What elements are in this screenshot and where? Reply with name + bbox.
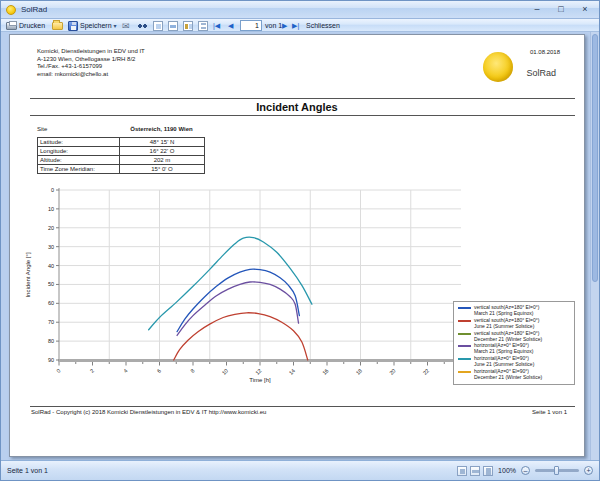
x-tick-label: 8 xyxy=(189,367,195,373)
footer-copyright: SolRad - Copyright (c) 2018 Komicki Dien… xyxy=(31,409,266,415)
scrollbar-thumb[interactable] xyxy=(592,34,598,282)
page-width-icon xyxy=(168,21,178,31)
save-icon xyxy=(68,21,78,31)
zoom-out-button[interactable]: – xyxy=(521,466,530,475)
app-sun-icon xyxy=(6,5,16,15)
x-tick-label: 22 xyxy=(422,367,431,376)
window-title: SolRad xyxy=(21,5,531,14)
y-tick-label: 90 xyxy=(48,357,54,363)
x-tick-label: 12 xyxy=(254,367,263,376)
app-window: SolRad – □ × Drucken Speichern ▾ ✉ xyxy=(0,0,600,481)
legend-swatch xyxy=(458,333,471,335)
nav-next-button[interactable]: ▶ xyxy=(282,19,287,32)
save-button[interactable]: Speichern ▾ xyxy=(68,19,117,32)
legend-item-vertical-south-december: vertical south(Az=180° El=0°)December 21… xyxy=(458,331,571,343)
first-page-icon: |◀ xyxy=(213,20,220,32)
legend-swatch xyxy=(458,358,471,360)
status-page-label: Seite 1 von 1 xyxy=(7,467,457,474)
vertical-scrollbar[interactable] xyxy=(590,32,599,460)
x-tick-label: 0 xyxy=(55,367,61,373)
printer-icon xyxy=(6,22,17,30)
y-tick-label: 0 xyxy=(51,187,54,193)
statusbar: Seite 1 von 1 100% – + xyxy=(1,460,599,480)
legend-item-horizontal-march: horizontal(Az=0° El=90°)March 21 (Spring… xyxy=(458,343,571,355)
view-mode-normal-button[interactable] xyxy=(457,466,467,476)
print-button[interactable]: Drucken xyxy=(6,19,45,32)
footer-rule xyxy=(30,406,575,407)
folder-icon xyxy=(52,22,63,30)
print-label: Drucken xyxy=(19,22,45,29)
x-tick-label: 4 xyxy=(122,367,128,373)
chart-legend: vertical south(Az=180° El=0°)March 21 (S… xyxy=(453,301,575,385)
report-page: Komicki, Dienstleistungen in EDV und IT … xyxy=(9,34,585,457)
zoom-percent-label: 100% xyxy=(498,467,516,474)
zoom-slider[interactable] xyxy=(535,469,579,472)
legend-swatch xyxy=(458,320,471,322)
footer-page-number: Seite 1 von 1 xyxy=(532,409,567,415)
minimize-button[interactable]: – xyxy=(531,5,543,14)
previous-page-icon: ◀ xyxy=(228,20,233,32)
legend-item-vertical-south-june: vertical south(Az=180° El=0°)June 21 (Su… xyxy=(458,318,571,330)
x-tick-label: 6 xyxy=(156,367,162,373)
curve-vertical-south-june xyxy=(174,313,308,360)
page-of-label: von 1 xyxy=(265,19,282,32)
open-button[interactable] xyxy=(52,19,63,32)
y-tick-label: 70 xyxy=(48,319,54,325)
preview-area: Komicki, Dienstleistungen in EDV und IT … xyxy=(1,32,599,460)
x-tick-label: 10 xyxy=(221,367,230,376)
x-axis-title: Time [h] xyxy=(249,377,271,383)
legend-swatch xyxy=(458,345,471,347)
legend-label: vertical south(Az=180° El=0°)June 21 (Su… xyxy=(474,318,539,330)
incident-angle-chart: 0246810121416182022240102030405060708090… xyxy=(10,35,584,456)
x-axis-line xyxy=(58,359,464,362)
view-mode-fullpage-button[interactable] xyxy=(483,466,493,476)
y-tick-label: 80 xyxy=(48,338,54,344)
maximize-button[interactable]: □ xyxy=(555,5,567,14)
view-single-page-button[interactable] xyxy=(153,19,163,32)
x-tick-label: 2 xyxy=(89,367,95,373)
legend-label: vertical south(Az=180° El=0°)December 21… xyxy=(474,331,542,343)
legend-item-vertical-south-march: vertical south(Az=180° El=0°)March 21 (S… xyxy=(458,305,571,317)
nav-first-button[interactable]: |◀ xyxy=(213,19,220,32)
save-dropdown-icon[interactable]: ▾ xyxy=(114,22,117,29)
zoom-in-button[interactable]: + xyxy=(584,466,593,475)
legend-label: vertical south(Az=180° El=0°)March 21 (S… xyxy=(474,305,539,317)
view-thumbnails-button[interactable] xyxy=(198,19,208,32)
envelope-icon: ✉ xyxy=(122,21,130,31)
find-button[interactable] xyxy=(137,19,148,32)
x-tick-label: 20 xyxy=(388,367,397,376)
curve-horizontal-march xyxy=(177,282,298,336)
view-mode-layout-button[interactable] xyxy=(470,466,480,476)
last-page-icon: ▶| xyxy=(292,20,299,32)
view-page-width-button[interactable] xyxy=(168,19,178,32)
legend-item-horizontal-june: horizontal(Az=0° El=90°)June 21 (Summer … xyxy=(458,356,571,368)
x-tick-label: 14 xyxy=(288,367,297,376)
y-tick-label: 40 xyxy=(48,263,54,269)
y-tick-label: 30 xyxy=(48,244,54,250)
close-button[interactable]: × xyxy=(579,5,591,14)
export-mail-button[interactable]: ✉ xyxy=(122,19,130,32)
close-preview-label: Schliessen xyxy=(306,22,340,29)
page-number-input[interactable] xyxy=(240,20,262,31)
legend-swatch xyxy=(458,371,471,373)
zoom-slider-thumb[interactable] xyxy=(554,466,559,475)
close-preview-button[interactable]: Schliessen xyxy=(306,19,340,32)
toolbar: Drucken Speichern ▾ ✉ |◀ xyxy=(1,19,599,32)
thumbnails-icon xyxy=(198,21,208,31)
legend-label: horizontal(Az=0° El=90°)March 21 (Spring… xyxy=(474,343,533,355)
y-axis-title: Incident Angle [°] xyxy=(25,252,31,297)
two-pages-icon xyxy=(183,21,193,31)
legend-swatch xyxy=(458,307,471,309)
legend-item-horizontal-december: horizontal(Az=0° El=90°)December 21 (Win… xyxy=(458,369,571,381)
nav-last-button[interactable]: ▶| xyxy=(292,19,299,32)
view-two-pages-button[interactable] xyxy=(183,19,193,32)
y-tick-label: 60 xyxy=(48,300,54,306)
x-tick-label: 18 xyxy=(355,367,364,376)
nav-prev-button[interactable]: ◀ xyxy=(228,19,233,32)
y-tick-label: 10 xyxy=(48,206,54,212)
titlebar: SolRad – □ × xyxy=(1,1,599,19)
y-tick-label: 20 xyxy=(48,225,54,231)
single-page-icon xyxy=(153,21,163,31)
x-tick-label: 16 xyxy=(321,367,330,376)
save-label: Speichern xyxy=(80,22,112,29)
